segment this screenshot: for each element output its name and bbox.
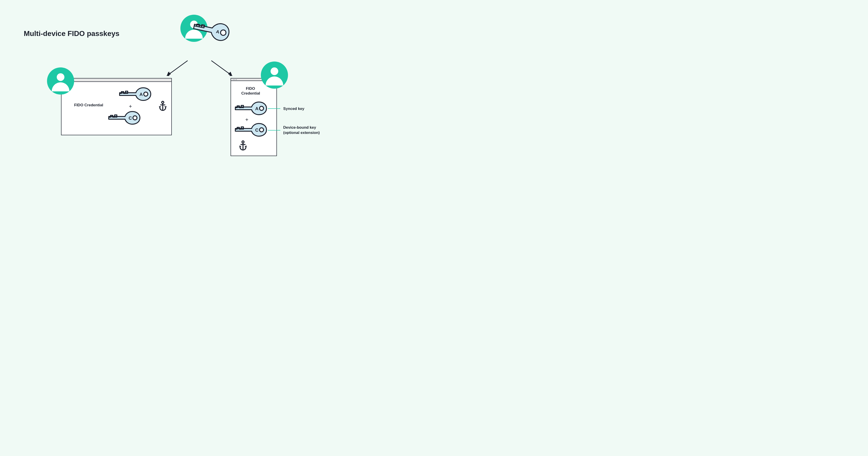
legend-device-bound-2: (optional extension): [283, 130, 320, 135]
key-left-c: C: [107, 111, 141, 126]
svg-point-5: [133, 116, 137, 120]
key-right-c: C: [234, 123, 268, 138]
legend-synced: Synced key: [283, 106, 305, 111]
legend-device-bound-1: Device-bound key: [283, 125, 316, 130]
arrow-left: [163, 59, 190, 79]
legend-line-device: [268, 130, 280, 131]
key-letter-left-c: C: [129, 116, 132, 121]
key-letter-right-a: A: [255, 106, 258, 111]
key-right-a: A: [234, 101, 268, 116]
svg-point-4: [144, 92, 148, 96]
legend-line-synced: [268, 108, 280, 109]
plus-right: +: [245, 116, 248, 123]
diagram-title: Multi-device FIDO passkeys: [24, 29, 119, 38]
left-credential-label: FIDO Credential: [74, 103, 103, 108]
right-credential-label-1: FIDO: [240, 86, 260, 91]
key-left-a: A: [118, 87, 152, 102]
plus-left: +: [129, 103, 132, 110]
svg-point-10: [259, 128, 264, 132]
key-letter-right-c: C: [255, 127, 258, 133]
window-chrome-bar: [61, 79, 171, 82]
user-avatar-right: [261, 61, 288, 89]
arrow-right: [209, 59, 236, 79]
key-letter-left-a: A: [140, 92, 143, 97]
svg-point-9: [259, 106, 264, 110]
right-credential-label-2: Credential: [236, 91, 266, 96]
anchor-icon-right: [239, 140, 248, 150]
user-avatar-left: [47, 67, 74, 94]
anchor-icon-left: [158, 101, 167, 111]
